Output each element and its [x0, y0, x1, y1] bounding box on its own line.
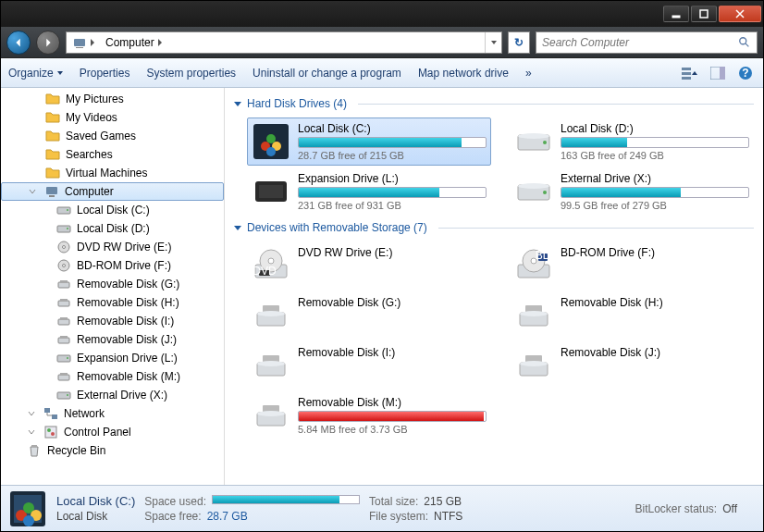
- folder-icon: [45, 166, 60, 180]
- group-header[interactable]: Hard Disk Drives (4): [234, 97, 754, 110]
- content-pane[interactable]: Hard Disk Drives (4)Local Disk (C:)28.7 …: [225, 88, 763, 485]
- svg-rect-1: [700, 10, 708, 18]
- drive-item[interactable]: Removable Disk (M:)5.84 MB free of 3.73 …: [247, 391, 491, 439]
- drive-item[interactable]: Expansion Drive (L:)231 GB free of 931 G…: [247, 167, 491, 216]
- drive-item[interactable]: Removable Disk (G:): [247, 291, 491, 340]
- tree-item-label: Removable Disk (I:): [77, 315, 174, 328]
- drive-icon: [252, 296, 290, 335]
- drive-item[interactable]: External Drive (X:)99.5 GB free of 279 G…: [510, 167, 754, 216]
- tree-item-label: Removable Disk (H:): [77, 296, 179, 309]
- svg-rect-29: [60, 336, 68, 339]
- tree-item[interactable]: Computer: [1, 182, 224, 201]
- svg-point-46: [266, 147, 276, 156]
- drive-name: BD-ROM Drive (F:): [561, 246, 749, 259]
- svg-point-21: [63, 265, 66, 267]
- optical-icon: [56, 258, 71, 273]
- expand-icon[interactable]: [27, 409, 36, 418]
- svg-rect-0: [672, 16, 680, 18]
- svg-point-44: [266, 134, 276, 143]
- drive-item[interactable]: DVDDVD RW Drive (E:): [247, 241, 491, 290]
- drive-item[interactable]: Removable Disk (I:): [247, 341, 491, 390]
- preview-pane-button[interactable]: [708, 63, 728, 83]
- svg-rect-27: [60, 317, 68, 320]
- drive-free-text: 163 GB free of 249 GB: [561, 150, 749, 161]
- cpanel-icon: [43, 425, 58, 439]
- navigation-pane[interactable]: My PicturesMy VideosSaved GamesSearchesV…: [1, 88, 225, 485]
- tree-item[interactable]: Removable Disk (M:): [1, 367, 224, 386]
- tree-item[interactable]: DVD RW Drive (E:): [1, 238, 224, 256]
- tree-item[interactable]: BD-ROM Drive (F:): [1, 256, 224, 275]
- tree-item-label: Searches: [66, 148, 113, 161]
- close-button[interactable]: [719, 6, 761, 22]
- drive-icon: [252, 122, 290, 161]
- search-input[interactable]: [542, 36, 738, 49]
- map-drive-button[interactable]: Map network drive: [418, 67, 509, 80]
- organize-menu[interactable]: Organize: [8, 67, 63, 80]
- drive-name: External Drive (X:): [561, 172, 749, 185]
- drive-item[interactable]: Local Disk (C:)28.7 GB free of 215 GB: [247, 118, 491, 166]
- tree-item[interactable]: Local Disk (C:): [1, 201, 224, 219]
- tree-item[interactable]: Removable Disk (I:): [1, 312, 224, 330]
- drive-item[interactable]: Removable Disk (J:): [510, 341, 754, 390]
- svg-rect-3: [76, 47, 83, 48]
- properties-button[interactable]: Properties: [80, 67, 130, 80]
- tree-item[interactable]: Searches: [1, 145, 224, 164]
- back-button[interactable]: [6, 31, 31, 55]
- hdd-icon: [56, 203, 71, 217]
- svg-rect-30: [57, 355, 70, 362]
- svg-rect-33: [60, 373, 68, 376]
- folder-icon: [45, 110, 60, 125]
- view-options-button[interactable]: [680, 63, 700, 83]
- svg-rect-2: [74, 39, 85, 46]
- folder-icon: [45, 129, 60, 143]
- address-segment-label: Computer: [105, 36, 154, 49]
- system-properties-button[interactable]: System properties: [146, 67, 236, 80]
- address-bar[interactable]: Computer: [66, 31, 502, 54]
- svg-rect-12: [46, 187, 57, 194]
- tree-item-label: Control Panel: [64, 426, 131, 439]
- drive-item[interactable]: Removable Disk (H:): [510, 291, 754, 340]
- drive-item[interactable]: Local Disk (D:)163 GB free of 249 GB: [510, 118, 754, 166]
- tree-item[interactable]: Expansion Drive (L:): [1, 349, 224, 367]
- address-dropdown[interactable]: [485, 32, 501, 53]
- tree-item[interactable]: Control Panel: [1, 423, 224, 441]
- tree-item[interactable]: My Pictures: [1, 90, 224, 108]
- tree-item[interactable]: External Drive (X:): [1, 386, 224, 404]
- drive-free-text: 231 GB free of 931 GB: [298, 200, 487, 211]
- refresh-button[interactable]: ↻: [508, 31, 530, 54]
- tree-item[interactable]: Virtual Machines: [1, 164, 224, 182]
- search-box[interactable]: [536, 31, 758, 54]
- svg-point-39: [47, 428, 51, 432]
- expand-icon[interactable]: [27, 427, 36, 437]
- drive-free-text: 5.84 MB free of 3.73 GB: [298, 424, 487, 435]
- forward-button[interactable]: [36, 31, 60, 55]
- group-header[interactable]: Devices with Removable Storage (7): [234, 221, 754, 234]
- tree-item[interactable]: Network: [1, 404, 224, 423]
- tree-item[interactable]: Removable Disk (J:): [1, 330, 224, 349]
- toolbar-overflow[interactable]: »: [525, 67, 532, 80]
- drive-name: DVD RW Drive (E:): [298, 246, 487, 259]
- drive-free-text: 28.7 GB free of 215 GB: [298, 150, 487, 161]
- tree-item[interactable]: My Videos: [1, 108, 224, 127]
- optical-icon: [56, 240, 71, 254]
- search-icon: [738, 36, 751, 49]
- tree-item-label: Recycle Bin: [47, 444, 105, 457]
- address-root-icon[interactable]: [67, 32, 100, 53]
- tree-item[interactable]: Removable Disk (H:): [1, 293, 224, 312]
- drive-item[interactable]: BDBD-ROM Drive (F:): [510, 241, 754, 290]
- expand-icon[interactable]: [28, 187, 37, 196]
- tree-item[interactable]: Local Disk (D:): [1, 219, 224, 238]
- minimize-button[interactable]: [663, 6, 689, 22]
- tree-item[interactable]: Recycle Bin: [1, 441, 224, 460]
- maximize-button[interactable]: [691, 6, 717, 22]
- help-button[interactable]: ?: [735, 63, 756, 83]
- tree-item[interactable]: Saved Games: [1, 127, 224, 145]
- details-subtitle: Local Disk: [56, 510, 135, 523]
- uninstall-button[interactable]: Uninstall or change a program: [253, 67, 401, 80]
- address-segment-computer[interactable]: Computer: [100, 32, 167, 53]
- navigation-bar: Computer ↻: [1, 27, 763, 58]
- svg-point-73: [257, 361, 285, 366]
- tree-item[interactable]: Removable Disk (G:): [1, 275, 224, 293]
- details-usage-bar: [212, 495, 360, 504]
- removable-icon: [56, 332, 71, 347]
